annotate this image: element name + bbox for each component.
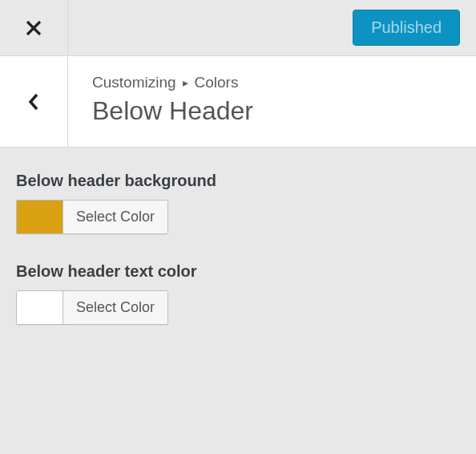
page-title: Below Header <box>92 96 253 126</box>
color-picker-row: Select Color <box>16 290 168 325</box>
color-swatch[interactable] <box>17 201 63 233</box>
control-below-header-background: Below header background Select Color <box>16 172 460 237</box>
publish-button[interactable]: Published <box>353 10 460 46</box>
close-icon <box>25 19 42 37</box>
control-label: Below header text color <box>16 262 460 281</box>
control-below-header-text-color: Below header text color Select Color <box>16 262 460 327</box>
controls-area: Below header background Select Color Bel… <box>0 148 476 377</box>
breadcrumb-separator-icon: ▸ <box>183 76 188 89</box>
color-swatch[interactable] <box>17 291 63 324</box>
breadcrumb: Customizing ▸ Colors <box>92 74 253 91</box>
topbar: Published <box>0 0 476 56</box>
topbar-spacer <box>68 0 353 55</box>
breadcrumb-root: Customizing <box>92 74 176 91</box>
publish-wrap: Published <box>353 0 476 55</box>
select-color-button[interactable]: Select Color <box>63 201 167 233</box>
chevron-left-icon <box>26 91 41 112</box>
header-text: Customizing ▸ Colors Below Header <box>68 56 272 147</box>
close-button[interactable] <box>0 0 68 55</box>
breadcrumb-parent[interactable]: Colors <box>195 74 239 91</box>
select-color-button[interactable]: Select Color <box>63 291 167 324</box>
color-picker-row: Select Color <box>16 200 168 234</box>
back-button[interactable] <box>0 56 68 147</box>
control-label: Below header background <box>16 172 460 190</box>
section-header: Customizing ▸ Colors Below Header <box>0 56 476 148</box>
